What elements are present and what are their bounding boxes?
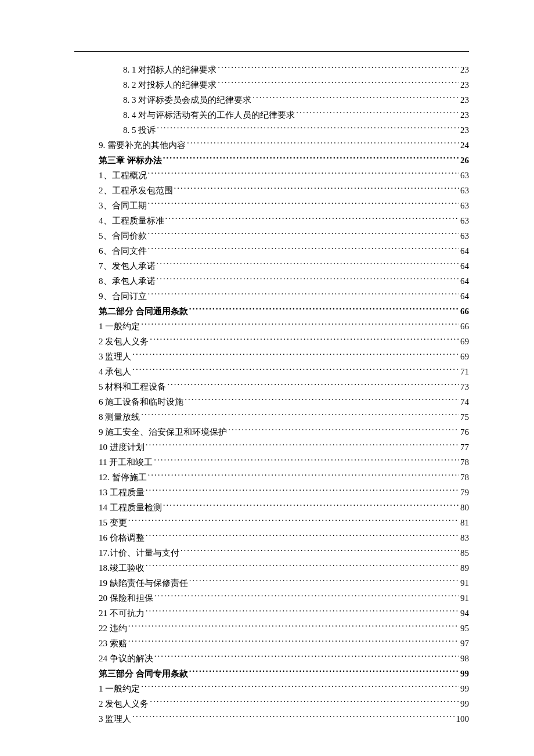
toc-entry-label: 9、合同订立 bbox=[99, 289, 147, 304]
toc-entry: 17.计价、计量与支付85 bbox=[74, 545, 469, 560]
toc-entry-label: 23 索赔 bbox=[99, 636, 127, 651]
toc-entry: 8. 4 对与评标活动有关的工作人员的纪律要求23 bbox=[74, 107, 469, 123]
toc-entry-page: 95 bbox=[460, 621, 469, 636]
toc-leader-dots bbox=[181, 547, 459, 556]
toc-entry: 4、工程质量标准63 bbox=[74, 213, 469, 228]
toc-entry-page: 100 bbox=[456, 711, 470, 726]
toc-entry-page: 23 bbox=[460, 62, 469, 77]
toc-entry-label: 6 施工设备和临时设施 bbox=[99, 394, 183, 409]
toc-entry: 1、工程概况63 bbox=[74, 168, 469, 183]
toc-entry-label: 1 一般约定 bbox=[99, 681, 140, 696]
toc-entry: 8、承包人承诺64 bbox=[74, 273, 469, 289]
toc-leader-dots bbox=[185, 396, 459, 405]
toc-leader-dots bbox=[132, 713, 454, 722]
toc-entry: 14 工程质量检测80 bbox=[74, 500, 469, 515]
toc-entry: 1 一般约定99 bbox=[74, 681, 469, 696]
toc-leader-dots bbox=[167, 381, 459, 390]
toc-entry-page: 63 bbox=[460, 213, 469, 228]
toc-leader-dots bbox=[189, 668, 459, 676]
toc-entry: 8. 5 投诉23 bbox=[74, 123, 469, 138]
toc-entry-page: 71 bbox=[460, 364, 469, 379]
toc-entry: 2 发包人义务69 bbox=[74, 334, 469, 349]
toc-entry-label: 18.竣工验收 bbox=[99, 560, 145, 575]
toc-page: 8. 1 对招标人的纪律要求238. 2 对投标人的纪律要求238. 3 对评标… bbox=[74, 51, 469, 726]
toc-entry-label: 5 材料和工程设备 bbox=[99, 379, 166, 394]
toc-entry: 19 缺陷责任与保修责任91 bbox=[74, 575, 469, 591]
toc-entry: 7、发包人承诺64 bbox=[74, 258, 469, 273]
toc-entry-page: 63 bbox=[460, 228, 469, 243]
toc-entry: 9、合同订立64 bbox=[74, 289, 469, 304]
toc-entry-page: 23 bbox=[460, 107, 469, 123]
toc-leader-dots bbox=[150, 336, 459, 344]
toc-entry-label: 8. 3 对评标委员会成员的纪律要求 bbox=[123, 92, 251, 107]
toc-entry-page: 64 bbox=[460, 258, 469, 273]
toc-entry-label: 6、合同文件 bbox=[99, 243, 147, 258]
toc-entry-page: 75 bbox=[460, 409, 469, 424]
toc-entry-page: 23 bbox=[460, 77, 469, 92]
toc-entry: 15 变更81 bbox=[74, 515, 469, 530]
toc-entry-page: 91 bbox=[460, 591, 469, 606]
toc-leader-dots bbox=[148, 230, 460, 239]
toc-leader-dots bbox=[163, 502, 459, 510]
toc-entry-page: 63 bbox=[460, 168, 469, 183]
toc-entry-page: 24 bbox=[460, 138, 469, 153]
toc-entry-label: 3 监理人 bbox=[99, 349, 131, 364]
toc-entry-label: 19 缺陷责任与保修责任 bbox=[99, 575, 188, 591]
toc-entry-label: 2 发包人义务 bbox=[99, 334, 149, 349]
toc-entry: 6 施工设备和临时设施74 bbox=[74, 394, 469, 409]
toc-entry: 16 价格调整83 bbox=[74, 530, 469, 545]
toc-leader-dots bbox=[189, 305, 459, 314]
toc-entry-label: 7、发包人承诺 bbox=[99, 258, 156, 273]
toc-entry: 3 监理人100 bbox=[74, 711, 469, 726]
toc-entry-page: 91 bbox=[460, 575, 469, 591]
toc-leader-dots bbox=[165, 215, 460, 224]
toc-leader-dots bbox=[146, 441, 459, 450]
toc-entry-label: 1 一般约定 bbox=[99, 319, 140, 334]
toc-entry: 23 索赔97 bbox=[74, 636, 469, 651]
toc-leader-dots bbox=[154, 653, 459, 661]
toc-entry-page: 99 bbox=[460, 666, 469, 681]
toc-entry: 第二部分 合同通用条款66 bbox=[74, 304, 469, 319]
toc-leader-dots bbox=[128, 517, 459, 525]
toc-entry-label: 8. 2 对投标人的纪律要求 bbox=[123, 77, 217, 92]
toc-leader-dots bbox=[148, 200, 460, 208]
toc-entry-label: 2、工程承发包范围 bbox=[99, 183, 173, 198]
toc-leader-dots bbox=[146, 607, 459, 616]
toc-leader-dots bbox=[218, 79, 459, 88]
toc-entry: 3、合同工期63 bbox=[74, 198, 469, 213]
toc-entry-label: 24 争议的解决 bbox=[99, 651, 153, 666]
toc-entry-page: 97 bbox=[460, 636, 469, 651]
toc-leader-dots bbox=[154, 592, 459, 601]
toc-entry-page: 98 bbox=[460, 651, 469, 666]
toc-entry-page: 77 bbox=[460, 440, 469, 455]
toc-leader-dots bbox=[128, 638, 459, 646]
toc-leader-dots bbox=[187, 139, 459, 148]
toc-leader-dots bbox=[154, 456, 459, 465]
toc-entry-label: 21 不可抗力 bbox=[99, 606, 145, 621]
toc-entry-page: 64 bbox=[460, 273, 469, 289]
toc-entry: 6、合同文件64 bbox=[74, 243, 469, 258]
toc-entry-page: 74 bbox=[460, 394, 469, 409]
toc-entry-page: 69 bbox=[460, 334, 469, 349]
toc-leader-dots bbox=[296, 109, 459, 118]
toc-leader-dots bbox=[218, 64, 459, 73]
toc-entry-label: 8. 4 对与评标活动有关的工作人员的纪律要求 bbox=[123, 107, 295, 123]
toc-entry: 8. 3 对评标委员会成员的纪律要求23 bbox=[74, 92, 469, 107]
toc-leader-dots bbox=[146, 487, 459, 495]
toc-entry-page: 85 bbox=[460, 545, 469, 560]
toc-leader-dots bbox=[141, 411, 459, 420]
toc-entry-page: 66 bbox=[460, 319, 469, 334]
toc-entry-label: 9 施工安全、治安保卫和环境保护 bbox=[99, 424, 227, 440]
toc-leader-dots bbox=[148, 290, 460, 299]
toc-entry-page: 99 bbox=[460, 696, 469, 711]
toc-entry: 1 一般约定66 bbox=[74, 319, 469, 334]
toc-leader-dots bbox=[157, 275, 460, 284]
toc-entry-page: 23 bbox=[460, 92, 469, 107]
toc-entry-page: 81 bbox=[460, 515, 469, 530]
toc-entry-page: 26 bbox=[460, 153, 469, 168]
toc-entry-page: 76 bbox=[460, 424, 469, 440]
toc-list: 8. 1 对招标人的纪律要求238. 2 对投标人的纪律要求238. 3 对评标… bbox=[74, 62, 469, 726]
toc-entry: 18.竣工验收89 bbox=[74, 560, 469, 575]
toc-entry-label: 13 工程质量 bbox=[99, 485, 145, 500]
toc-entry: 5、合同价款63 bbox=[74, 228, 469, 243]
